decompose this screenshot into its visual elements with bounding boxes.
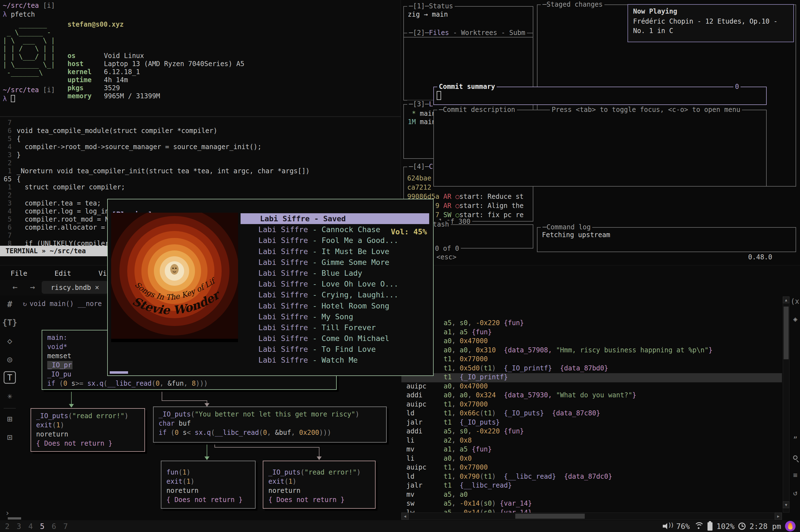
now-playing-notification[interactable]: Now Playing Frédéric Chopin - 12 Etudes,… (628, 4, 794, 42)
workspace-switcher[interactable]: 234567 (5, 522, 75, 531)
playlist-item[interactable]: Labi Siffre - Cannock Chase (241, 224, 429, 235)
playlist-item[interactable]: Labi Siffre - Hotel Room Song (241, 300, 429, 311)
debugger-icon[interactable]: ✳ (0, 387, 19, 406)
disasm-row[interactable]: jalrt1 {__libc_read} (402, 481, 782, 491)
mini-graph-icon[interactable]: ⊞ (0, 411, 19, 429)
log-list-icon[interactable]: ≡ (790, 471, 800, 489)
playlist-item[interactable]: Labi Siffre - Watch Me (241, 355, 429, 365)
disasm-row[interactable]: auipca0, 0x47000 (402, 382, 782, 392)
graph-node-risky[interactable]: _IO_puts("You better not let this get mo… (153, 406, 387, 442)
strings-icon[interactable]: T (0, 369, 19, 387)
graph-node-fun[interactable]: fun(1)exit(1)noreturn{ Does not return } (161, 461, 256, 509)
sidebar-icon-strip: #{T}◇◎T✳ ⊞⊡ (0, 296, 19, 447)
code-line: 6void tea_compile_module(struct compiler… (0, 127, 401, 135)
playlist-item[interactable]: Labi Siffre - Blue Lady (241, 268, 429, 279)
memory-map-icon[interactable]: ◎ (0, 351, 19, 369)
comments-icon[interactable]: ” (790, 435, 800, 453)
disasm-row[interactable]: auipct1, 0x77000 (402, 400, 782, 410)
nav-forward-icon[interactable]: → (30, 282, 35, 292)
disasm-row[interactable]: lia0, 0x0 (402, 455, 782, 464)
hscroll-thumb[interactable] (515, 514, 585, 519)
playlist-item[interactable]: Labi Siffre - Till Forever (241, 322, 429, 333)
variables-icon[interactable]: (x) (790, 297, 800, 315)
tab-riscy-bndb[interactable]: riscy.bndb× (42, 281, 108, 294)
track-progress (110, 371, 128, 374)
scroll-left-icon[interactable]: ◀ (402, 513, 409, 520)
workspace-button[interactable]: 4 (28, 522, 40, 531)
cross-references-icon[interactable]: ⊡ (0, 429, 19, 447)
git-command-log-box[interactable]: ─Command log Fetching upstream (537, 227, 796, 252)
disasm-row[interactable]: t1, 0x77000 (402, 355, 782, 364)
scroll-right-icon[interactable]: ▶ (775, 513, 782, 520)
vscroll-thumb[interactable] (784, 306, 788, 359)
disasm-row[interactable]: lia2, 0x8 (402, 436, 782, 445)
disasm-row[interactable]: ldt1, 0x790(t1) {__libc_read} {data_87dc… (402, 473, 782, 482)
disasm-row[interactable]: addia5, s0, -0x220 {fun} (402, 427, 782, 436)
disasm-row[interactable]: addia0, a0, 0x324 {data_57930, "What do … (402, 391, 782, 400)
disasm-row[interactable]: mva5, a0 (402, 491, 782, 500)
workspace-button[interactable]: 5 (40, 522, 52, 531)
disasm-row[interactable]: a5, s0, -0x220 {fun} (402, 319, 782, 328)
scroll-down-icon[interactable]: ▼ (783, 501, 789, 508)
disasm-hscrollbar[interactable] (402, 513, 782, 520)
menu-item[interactable]: Edit (54, 269, 71, 278)
playlist[interactable]: Labi Siffre - SavedLabi Siffre - Cannock… (241, 213, 429, 366)
command-text: pfetch (11, 11, 35, 18)
menu-item[interactable]: File (11, 269, 27, 278)
nav-back-icon[interactable]: ← (13, 282, 18, 292)
disasm-row[interactable]: swa5, -0x14(s0) {var_14} (402, 499, 782, 509)
workspace-button[interactable]: 2 (5, 522, 17, 531)
volume-level: 76% (676, 522, 690, 531)
playlist-item[interactable]: Labi Siffre - My Song (241, 311, 429, 322)
scroll-up-icon[interactable]: ▲ (783, 297, 789, 303)
code-line: 1_Noreturn void tea_compiler_init(struct… (0, 167, 401, 175)
graph-node-read-error-2[interactable]: _IO_puts("read error!")exit(1)noreturn{ … (263, 461, 375, 509)
music-player-window[interactable]: [Playing] Vol: 45% (107, 199, 434, 376)
playlist-item[interactable]: Labi Siffre - Gimme Some More (241, 257, 429, 268)
playlist-item[interactable]: Labi Siffre - It Must Be Love (241, 246, 429, 257)
linear-disassembly[interactable]: a5, s0, -0x220 {fun}a1, a5 {fun}a0, 0x47… (402, 296, 782, 513)
description-hint: Press <tab> to toggle focus, <c-o> to op… (550, 106, 742, 114)
workspace-button[interactable]: 3 (17, 522, 28, 531)
disasm-row[interactable]: mva1, a5 {fun} (402, 445, 782, 455)
close-icon[interactable]: × (95, 283, 99, 291)
breadcrumb[interactable]: ↻void main() __nore (23, 300, 102, 308)
prompt-mode: [i] (43, 2, 55, 10)
symbols-icon[interactable]: # (0, 296, 19, 314)
workspace-button[interactable]: 7 (63, 522, 75, 531)
playlist-item[interactable]: Labi Siffre - Fool Me a Good... (241, 235, 429, 246)
playlist-item[interactable]: Labi Siffre - To Find Love (241, 344, 429, 355)
disasm-row[interactable]: a0, a0, 0x310 {data_57908, "Hmm, riscy b… (402, 346, 782, 356)
code-line: 3} (0, 151, 401, 159)
playlist-item[interactable]: Labi Siffre - Crying, Laughi... (241, 289, 429, 300)
stack-view-icon[interactable]: ◈ (790, 315, 800, 332)
playlist-item[interactable]: Labi Siffre - Come On Michael (241, 333, 429, 344)
disasm-row[interactable]: ldt1, 0x66c(t1) {_IO_puts} {data_87c80} (402, 409, 782, 418)
prompt-line: ~/src/tea [i] (3, 2, 55, 10)
playlist-item[interactable]: Labi Siffre - Love Oh Love O... (241, 279, 429, 289)
disasm-row[interactable]: t1, 0x5d0(t1) {_IO_printf} {data_87bd0} (402, 364, 782, 374)
search-icon[interactable] (790, 453, 800, 471)
battery-icon (707, 522, 712, 531)
disasm-row[interactable]: a1, a5 {fun} (402, 328, 782, 337)
commit-summary-box[interactable]: Commit summary 0 (433, 87, 767, 105)
code-line: 2 (0, 191, 401, 200)
workspace-button[interactable]: 6 (52, 522, 63, 531)
disasm-row[interactable]: a0, 0x47000 (402, 337, 782, 346)
tags-icon[interactable]: ◇ (0, 332, 19, 351)
disasm-row[interactable]: t1 {_IO_printf} (402, 373, 782, 382)
graph-node-read-error-1[interactable]: _IO_puts("read error!")exit(1)noreturn{ … (31, 408, 145, 452)
types-icon[interactable]: {T} (0, 314, 19, 332)
flame-badge-icon[interactable] (785, 521, 796, 531)
summary-cursor (437, 91, 441, 100)
commit-description-box[interactable]: ─Commit description Press <tab> to toggl… (433, 110, 767, 187)
playlist-item[interactable]: Labi Siffre - Saved (241, 213, 429, 224)
history-icon[interactable]: ↺ (790, 489, 800, 507)
disasm-row[interactable]: jalrt1 {_IO_puts} (402, 418, 782, 428)
edge-false-branch (162, 400, 207, 401)
graph-hscrollbar[interactable] (8, 517, 21, 519)
disasm-row[interactable]: auipct1, 0x77000 (402, 463, 782, 473)
cursor-line[interactable]: λ (3, 95, 15, 103)
console-icon[interactable]: ›_ (0, 508, 19, 517)
edge-true-branch-2 (207, 443, 207, 457)
